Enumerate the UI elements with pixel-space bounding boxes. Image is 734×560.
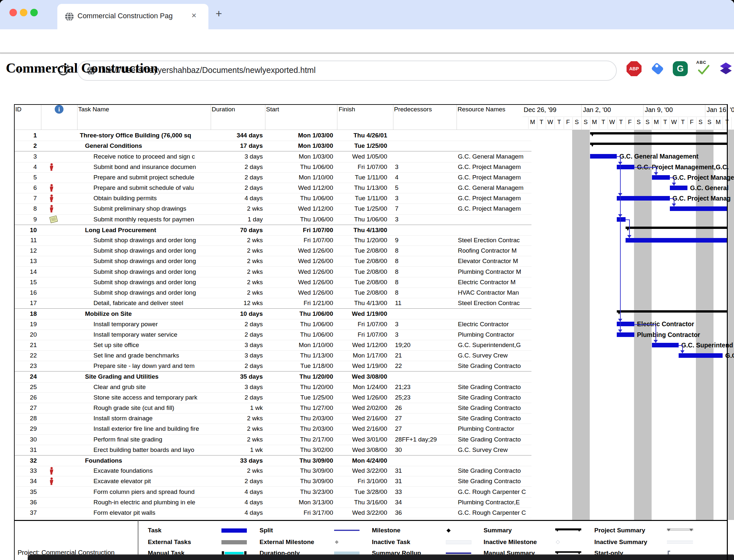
day-letter: S — [581, 119, 590, 126]
cell-resource-names: Roofing Contractor M — [457, 245, 532, 256]
table-top-border — [14, 104, 727, 105]
cell-id: 12 — [14, 245, 37, 256]
cell-finish: Thu 3/16/00 — [333, 497, 390, 508]
cell-resource-names: G.C. Superintendent,G — [457, 340, 532, 350]
layers-extension-icon[interactable] — [718, 61, 733, 76]
cell-task-name: Detail, fabricate and deliver steel — [77, 298, 227, 308]
legend-divider-line — [138, 520, 138, 560]
cell-start: Wed 1/26/00 — [263, 256, 336, 266]
cell-task-name: Excavate elevator pit — [77, 476, 227, 486]
legend-label: Project Summary — [594, 527, 645, 534]
cell-task-name: Install storm drainage — [77, 413, 227, 424]
cell-task-name: Site Grading and Utilities — [77, 371, 219, 382]
cell-id: 22 — [14, 350, 37, 361]
cell-duration: 2 wks — [211, 466, 266, 476]
gantt-bar-label: Plumbing Contractor — [637, 331, 700, 339]
legend-label: Inactive Task — [372, 539, 410, 546]
day-letter: T — [599, 119, 608, 126]
cell-duration: 35 days — [211, 371, 266, 382]
cell-task-name: Submit shop drawings and order long — [77, 235, 227, 245]
table-row: 24Site Grading and Utilities35 daysThu 1… — [14, 371, 531, 382]
gantt-task-bar — [626, 238, 727, 243]
clipped-chart-strip — [728, 130, 734, 520]
table-row: 17Detail, fabricate and deliver steel12 … — [14, 298, 531, 309]
cell-resource-names: G.C. General Managem — [457, 151, 532, 162]
gantt-bar-label: G.C. Project Manag — [672, 195, 731, 202]
cell-task-name: Perform final site grading — [77, 434, 227, 445]
cell-id: 7 — [14, 193, 37, 203]
cell-predecessors: 21 — [393, 350, 458, 361]
cell-duration: 2 wks — [211, 434, 266, 445]
tab-favicon-globe-icon — [64, 11, 75, 22]
cell-duration: 2 days — [211, 476, 266, 486]
cell-resource-names — [457, 214, 532, 225]
cell-task-name: Clear and grub site — [77, 382, 227, 392]
browser-toolbar: file:///Users/nayyershahbaz/Documents/ne… — [0, 29, 734, 53]
cell-predecessors: 28FF+1 day;29 — [393, 434, 458, 445]
cell-predecessors: 5 — [393, 183, 458, 193]
day-letter: T — [617, 119, 625, 126]
table-row: 6Prepare and submit schedule of valu2 da… — [14, 183, 531, 193]
cell-finish: Fri 1/07/00 — [333, 162, 390, 172]
cell-task-name: Three-story Office Building (76,000 sq — [77, 130, 213, 141]
cell-duration: 17 days — [211, 141, 266, 151]
cell-id: 15 — [14, 277, 37, 287]
cell-task-name: Prepare and submit project schedule — [77, 172, 227, 183]
cell-id: 37 — [14, 508, 37, 518]
cell-id: 1 — [14, 130, 37, 141]
table-row: 3Receive notice to proceed and sign c3 d… — [14, 151, 531, 162]
cell-id: 25 — [14, 382, 37, 392]
cell-finish: Thu 4/13/00 — [333, 225, 390, 235]
day-letter: F — [687, 119, 696, 126]
table-right-border — [727, 104, 728, 560]
table-row: 34Excavate elevator pit2 daysThu 3/09/00… — [14, 476, 531, 487]
zoom-window-button[interactable] — [30, 9, 38, 16]
cell-indicator-person-icon — [43, 203, 82, 214]
cell-resource-names: G.C. Rough Carpenter C — [457, 486, 532, 497]
table-row: 29Install exterior fire line and buildin… — [14, 424, 531, 434]
adblock-plus-extension-icon[interactable]: ABP — [627, 61, 642, 76]
cell-resource-names — [457, 455, 532, 466]
grammarly-extension-icon[interactable]: G — [673, 61, 688, 76]
table-row: 16Submit shop drawings and order long2 w… — [14, 287, 531, 298]
table-left-border — [14, 104, 15, 560]
tab-close-icon[interactable]: × — [191, 10, 196, 20]
cell-duration: 10 days — [211, 309, 266, 319]
header-id: ID — [15, 106, 21, 113]
browser-tab[interactable]: Commercial Construction Pag × — [57, 4, 208, 29]
day-letter: W — [546, 119, 555, 126]
cell-finish: Wed 1/19/00 — [333, 309, 390, 319]
url-bar[interactable]: file:///Users/nayyershahbaz/Documents/ne… — [78, 61, 617, 81]
legend-swatch-external-icon — [221, 539, 247, 545]
cell-start: Thu 1/06/00 — [263, 162, 336, 172]
week-label: Dec 26, '99 — [524, 106, 557, 114]
cell-predecessors: 19;20 — [393, 340, 458, 350]
cell-start: Wed 1/12/00 — [263, 203, 336, 214]
price-tag-extension-icon[interactable] — [650, 61, 665, 76]
cell-id: 6 — [14, 183, 37, 193]
cell-duration: 3 days — [211, 151, 266, 162]
legend-label: Task — [148, 527, 162, 534]
cell-id: 20 — [14, 329, 37, 340]
legend-swatch-split-icon — [334, 528, 360, 533]
day-letter: F — [564, 119, 572, 126]
cell-predecessors: 3 — [393, 193, 458, 203]
cell-finish: Thu 1/13/00 — [333, 183, 390, 193]
cell-id: 21 — [14, 340, 37, 350]
dependency-arrow-icon — [654, 340, 658, 343]
cell-resource-names: Plumbing Contractor — [457, 329, 532, 340]
cell-id: 14 — [14, 266, 37, 277]
cell-start: Thu 1/13/00 — [263, 350, 336, 361]
cell-finish: Thu 1/06/00 — [333, 214, 390, 225]
browser-window: Commercial Construction Pag × + file:///… — [0, 0, 734, 560]
minimize-window-button[interactable] — [20, 9, 27, 16]
cell-finish: Wed 1/05/00 — [333, 151, 390, 162]
close-window-button[interactable] — [9, 9, 17, 16]
new-tab-button[interactable]: + — [216, 7, 222, 20]
table-row: 15Submit shop drawings and order long2 w… — [14, 277, 531, 288]
cell-resource-names: Site Grading Contracto — [457, 413, 532, 424]
cell-indicator-person-icon — [43, 476, 82, 486]
cell-duration: 2 wks — [211, 413, 266, 424]
spellcheck-extension-icon[interactable]: ABC — [696, 61, 711, 76]
cell-duration: 2 days — [211, 162, 266, 172]
